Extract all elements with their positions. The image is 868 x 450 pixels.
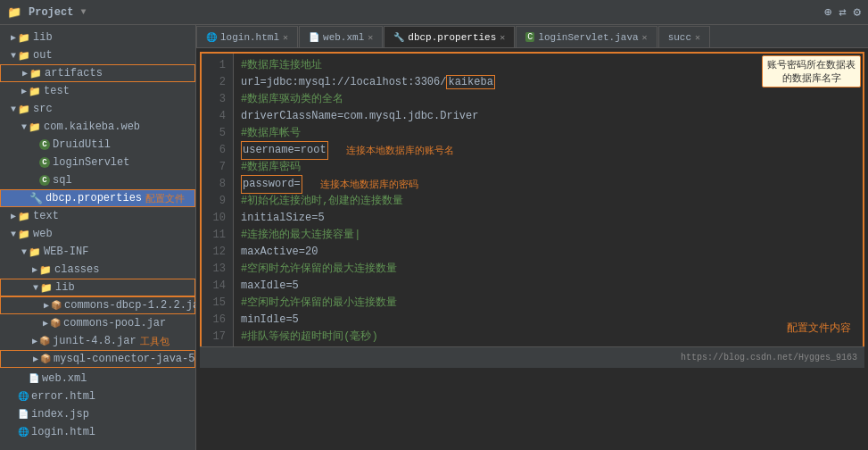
- tab-bar: 🌐 login.html ✕ 📄 web.xml ✕ 🔧 dbcp.proper…: [196, 25, 868, 48]
- line-numbers: 12345 678910 1112131415 161718: [202, 54, 234, 366]
- tab-login-html[interactable]: 🌐 login.html ✕: [196, 26, 298, 47]
- code-line-14: maxIdle=5: [241, 278, 856, 295]
- tree-item-dbcp-properties[interactable]: ▶ 🔧 dbcp.properties 配置文件: [0, 189, 195, 207]
- code-line-1: #数据库连接地址: [241, 57, 856, 74]
- code-line-7: #数据库密码: [241, 159, 856, 176]
- editor-area: 🌐 login.html ✕ 📄 web.xml ✕ 🔧 dbcp.proper…: [196, 25, 868, 450]
- code-line-13: #空闲时允许保留的最大连接数量: [241, 261, 856, 278]
- tab-succ[interactable]: succ ✕: [658, 26, 710, 47]
- tree-item-out[interactable]: ▼ 📁 out: [0, 46, 195, 64]
- code-line-5: #数据库帐号: [241, 125, 856, 142]
- tree-item-error-html[interactable]: ▶ 🌐 error.html: [0, 388, 195, 405]
- tree-item-mysql-connector[interactable]: ▶ 📦 mysql-connector-java-5.1.37-bin.jar: [0, 350, 195, 368]
- code-line-6: username=root 连接本地数据库的账号名: [241, 142, 856, 159]
- code-line-16: minIdle=5: [241, 312, 856, 329]
- settings-icon[interactable]: ⚙: [854, 4, 861, 20]
- tree-item-classes[interactable]: ▶ 📁 classes: [0, 261, 195, 279]
- code-line-10: initialSize=5: [241, 210, 856, 227]
- code-line-9: #初始化连接池时,创建的连接数量: [241, 193, 856, 210]
- tree-item-com-kaikeba[interactable]: ▼ 📁 com.kaikeba.web: [0, 118, 195, 136]
- code-line-4: driverClassName=com.mysql.jdbc.Driver: [241, 108, 856, 125]
- code-editor[interactable]: #数据库连接地址 url=jdbc:mysql://localhost:3306…: [234, 54, 863, 366]
- tree-item-sql[interactable]: ▶ C sql: [0, 171, 195, 189]
- code-line-15: #空闲时允许保留的最小连接数量: [241, 295, 856, 312]
- tree-item-webinf[interactable]: ▼ 📁 WEB-INF: [0, 243, 195, 261]
- tree-item-junit[interactable]: ▶ 📦 junit-4.8.jar 工具包: [0, 332, 195, 350]
- add-icon[interactable]: ⊕: [824, 4, 831, 20]
- config-file-annotation: 配置文件: [145, 192, 185, 205]
- tab-loginservlet-java[interactable]: C loginServlet.java ✕: [516, 26, 657, 47]
- tree-item-commons-pool[interactable]: ▶ 📦 commons-pool.jar: [0, 314, 195, 332]
- tree-item-text[interactable]: ▶ 📁 text: [0, 207, 195, 225]
- tree-item-commons-dbcp[interactable]: ▶ 📦 commons-dbcp-1.2.2.jar: [0, 296, 195, 314]
- dropdown-icon: ▼: [80, 7, 86, 17]
- code-line-17: #排队等候的超时时间(毫秒): [241, 329, 856, 346]
- main-content: ▶ 📁 lib ▼ 📁 out ▶ 📁 artifacts ▶ 📁 test ▼…: [0, 25, 868, 450]
- tab-web-xml[interactable]: 📄 web.xml ✕: [299, 26, 383, 47]
- tree-item-druidutil[interactable]: ▶ C DruidUtil: [0, 136, 195, 154]
- code-line-2: url=jdbc:mysql://localhost:3306/kaikeba: [241, 74, 856, 91]
- toolbar-title: Project: [29, 6, 73, 19]
- file-tree: ▶ 📁 lib ▼ 📁 out ▶ 📁 artifacts ▶ 📁 test ▼…: [0, 25, 196, 450]
- tree-item-artifacts[interactable]: ▶ 📁 artifacts: [0, 64, 195, 82]
- code-line-12: maxActive=20: [241, 244, 856, 261]
- sync-icon[interactable]: ⇄: [839, 4, 846, 20]
- tree-item-loginservlet[interactable]: ▶ C loginServlet: [0, 154, 195, 171]
- tab-dbcp-properties[interactable]: 🔧 dbcp.properties ✕: [384, 26, 515, 47]
- tree-item-lib[interactable]: ▶ 📁 lib: [0, 29, 195, 46]
- tree-item-web[interactable]: ▼ 📁 web: [0, 225, 195, 243]
- toolbar: 📁 Project ▼ ⊕ ⇄ ⚙: [0, 0, 868, 25]
- status-url: https://blog.csdn.net/Hygges_9163: [681, 353, 857, 362]
- code-line-3: #数据库驱动类的全名: [241, 91, 856, 108]
- code-line-8: password= 连接本地数据库的密码: [241, 176, 856, 193]
- project-icon: 📁: [7, 5, 21, 20]
- status-bar: https://blog.csdn.net/Hygges_9163: [200, 346, 864, 368]
- tree-item-src[interactable]: ▼ 📁 src: [0, 100, 195, 118]
- code-line-11: #连接池的最大连接容量|: [241, 227, 856, 244]
- tree-item-test[interactable]: ▶ 📁 test: [0, 82, 195, 100]
- toolbox-annotation: 工具包: [140, 335, 169, 348]
- tree-item-lib2[interactable]: ▼ 📁 lib: [0, 279, 195, 296]
- tree-item-web-xml[interactable]: ▶ 📄 web.xml: [0, 370, 195, 388]
- tree-item-login-html[interactable]: ▶ 🌐 login.html: [0, 423, 195, 441]
- tree-item-index-jsp[interactable]: ▶ 📄 index.jsp: [0, 405, 195, 423]
